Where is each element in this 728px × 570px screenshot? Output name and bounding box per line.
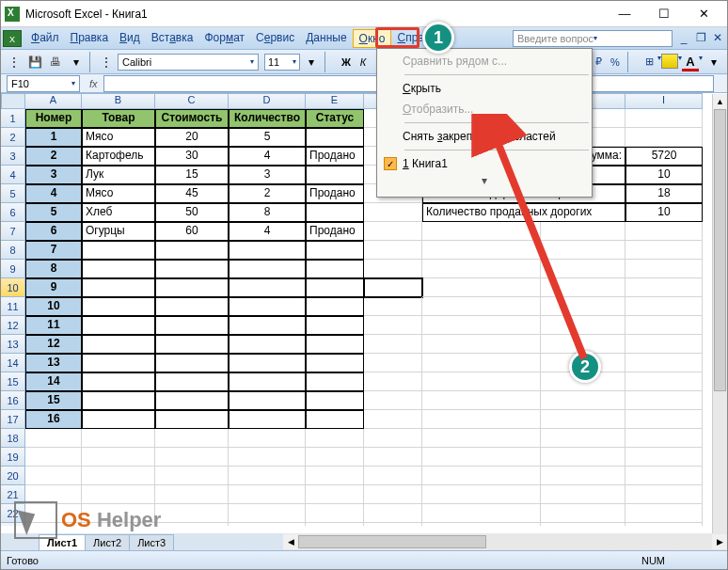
menu-window[interactable]: Окно	[353, 29, 392, 48]
cell[interactable]: 9	[25, 278, 82, 297]
row-header[interactable]: 7	[1, 222, 25, 241]
cell[interactable]	[422, 354, 541, 372]
row-header[interactable]: 6	[1, 203, 25, 222]
cell[interactable]: 6	[25, 222, 82, 241]
horizontal-scrollbar[interactable]: ◀ ▶	[283, 533, 727, 550]
cell[interactable]	[422, 372, 541, 391]
cell[interactable]	[541, 448, 625, 467]
menu-unfreeze[interactable]: Снять закрепление областей	[378, 126, 591, 147]
row-header[interactable]: 15	[1, 372, 25, 391]
cell[interactable]: Мясо	[82, 184, 155, 203]
cell[interactable]	[306, 467, 364, 485]
cell[interactable]	[229, 316, 306, 335]
cell[interactable]	[422, 504, 541, 523]
cell[interactable]	[364, 485, 422, 504]
cell[interactable]: 45	[155, 184, 229, 203]
cell[interactable]	[155, 278, 229, 297]
cell[interactable]: Количество	[229, 109, 306, 128]
cell[interactable]	[229, 372, 306, 391]
more-icon[interactable]: ▾	[302, 53, 321, 71]
cell[interactable]	[422, 297, 541, 316]
cell[interactable]	[155, 297, 229, 316]
cell[interactable]	[306, 316, 364, 335]
font-color-button[interactable]: A	[682, 54, 699, 71]
cell[interactable]	[306, 372, 364, 391]
row-header[interactable]: 18	[1, 429, 25, 448]
cell[interactable]: 60	[155, 222, 229, 241]
menu-edit[interactable]: Правка	[65, 29, 115, 48]
cell[interactable]	[306, 448, 364, 467]
italic-button[interactable]: К	[355, 54, 372, 71]
cell[interactable]: Мясо	[82, 128, 155, 147]
row-header[interactable]: 5	[1, 184, 25, 203]
vertical-scrollbar[interactable]: ▲ ▼	[712, 94, 727, 550]
cell[interactable]: 7	[25, 241, 82, 260]
col-header[interactable]: D	[229, 93, 306, 109]
cell[interactable]	[155, 316, 229, 335]
row-header[interactable]: 1	[1, 109, 25, 128]
cell[interactable]	[82, 410, 155, 429]
font-size-select[interactable]: 11▾	[264, 54, 300, 71]
cell[interactable]: Продано	[306, 222, 364, 241]
cell[interactable]: 10	[625, 203, 703, 222]
cell[interactable]	[306, 241, 364, 260]
menu-tools[interactable]: Сервис	[250, 29, 300, 48]
cell[interactable]: 14	[25, 372, 82, 391]
cell[interactable]	[306, 354, 364, 372]
more-icon[interactable]: ▾	[704, 53, 723, 71]
cell[interactable]: Лук	[82, 166, 155, 184]
cell[interactable]	[364, 297, 422, 316]
scroll-thumb[interactable]	[298, 535, 486, 548]
cell[interactable]	[625, 335, 703, 354]
more-icon[interactable]: ▾	[67, 53, 86, 71]
col-header[interactable]: E	[306, 93, 364, 109]
cell[interactable]	[541, 485, 625, 504]
cell[interactable]	[82, 297, 155, 316]
cell[interactable]	[25, 448, 82, 467]
cell[interactable]	[364, 523, 422, 526]
cell[interactable]	[306, 335, 364, 354]
row-header[interactable]: 3	[1, 147, 25, 166]
cell[interactable]: Продано	[306, 147, 364, 166]
cell[interactable]	[625, 372, 703, 391]
cell[interactable]	[625, 410, 703, 429]
cell[interactable]: Количество проданных дорогих	[422, 203, 625, 222]
cell[interactable]: 4	[229, 222, 306, 241]
cell[interactable]: 20	[155, 128, 229, 147]
cell[interactable]	[422, 260, 541, 278]
cell[interactable]	[155, 448, 229, 467]
cell[interactable]	[422, 485, 541, 504]
border-button[interactable]: ⊞	[641, 54, 657, 71]
bold-button[interactable]: Ж	[338, 54, 355, 71]
cell[interactable]: Огурцы	[82, 222, 155, 241]
row-header[interactable]: 4	[1, 166, 25, 184]
cell[interactable]	[306, 391, 364, 410]
cell[interactable]	[229, 504, 306, 523]
handle-icon[interactable]: ⋮	[97, 53, 116, 71]
cell[interactable]: 5720	[625, 147, 703, 166]
cell[interactable]	[155, 372, 229, 391]
cell[interactable]	[229, 335, 306, 354]
cell[interactable]	[364, 504, 422, 523]
cell[interactable]	[306, 203, 364, 222]
col-header[interactable]: C	[155, 93, 229, 109]
cell[interactable]	[541, 504, 625, 523]
cell[interactable]	[541, 316, 625, 335]
cell[interactable]: Картофель	[82, 147, 155, 166]
fx-icon[interactable]: fx	[89, 78, 98, 89]
cell[interactable]: 15	[25, 391, 82, 410]
cell[interactable]: 8	[229, 203, 306, 222]
maximize-button[interactable]: ☐	[644, 2, 684, 26]
cell[interactable]: 5	[25, 203, 82, 222]
cell[interactable]	[541, 467, 625, 485]
row-header[interactable]: 16	[1, 391, 25, 410]
row-header[interactable]: 14	[1, 354, 25, 372]
cell[interactable]: 4	[229, 147, 306, 166]
cell[interactable]: Стоимость	[155, 109, 229, 128]
cell[interactable]	[625, 448, 703, 467]
cell[interactable]	[82, 335, 155, 354]
cell[interactable]	[625, 260, 703, 278]
cell[interactable]: 8	[25, 260, 82, 278]
cell[interactable]	[364, 410, 422, 429]
cell[interactable]	[306, 166, 364, 184]
